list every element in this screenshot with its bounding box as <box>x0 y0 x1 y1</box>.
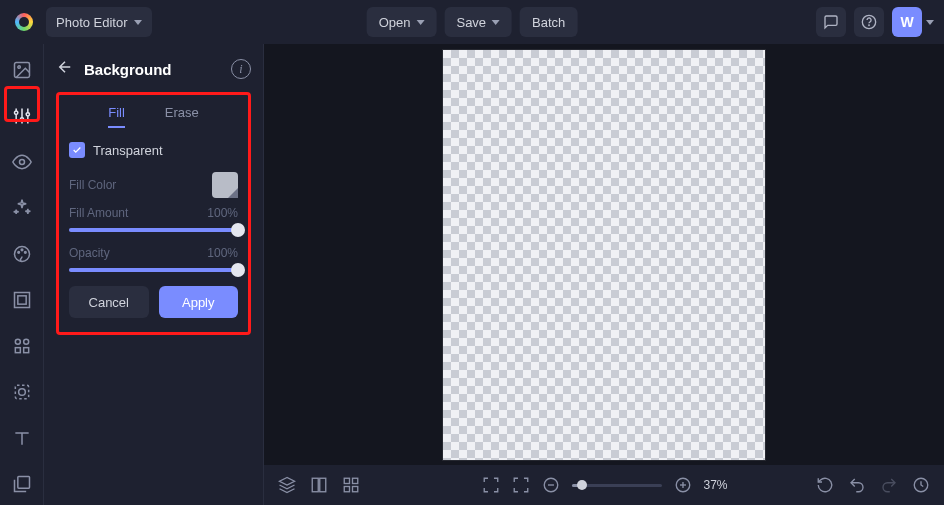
svg-point-7 <box>20 118 23 121</box>
tool-magic[interactable] <box>10 196 34 220</box>
svg-rect-16 <box>17 296 25 304</box>
history-button[interactable] <box>912 476 930 494</box>
svg-point-18 <box>23 339 28 344</box>
zoom-value: 37% <box>703 478 727 492</box>
svg-rect-30 <box>353 487 358 492</box>
feedback-button[interactable] <box>816 7 846 37</box>
tool-layers[interactable] <box>10 472 34 496</box>
svg-rect-26 <box>320 478 326 492</box>
svg-rect-19 <box>15 348 20 353</box>
highlight-region: Fill Erase Transparent Fill Color Fill A… <box>56 92 251 335</box>
fill-color-swatch[interactable] <box>212 172 238 198</box>
svg-point-13 <box>21 249 23 251</box>
app-mode-label: Photo Editor <box>56 15 128 30</box>
layers-button[interactable] <box>278 476 296 494</box>
svg-rect-28 <box>353 478 358 483</box>
open-button[interactable]: Open <box>367 7 437 37</box>
svg-rect-21 <box>15 385 28 398</box>
avatar-initial: W <box>900 14 913 30</box>
svg-point-10 <box>19 160 24 165</box>
svg-marker-24 <box>280 478 295 486</box>
redo-button[interactable] <box>880 476 898 494</box>
svg-rect-23 <box>17 477 29 489</box>
chevron-down-icon <box>134 20 142 25</box>
top-bar: Photo Editor Open Save Batch W <box>0 0 944 44</box>
svg-rect-29 <box>344 487 349 492</box>
apply-button[interactable]: Apply <box>159 286 239 318</box>
svg-point-22 <box>18 389 25 396</box>
batch-button[interactable]: Batch <box>520 7 577 37</box>
zoom-in-button[interactable] <box>673 476 691 494</box>
open-label: Open <box>379 15 411 30</box>
tool-adjust[interactable] <box>10 104 34 128</box>
svg-point-12 <box>17 252 19 254</box>
opacity-label: Opacity <box>69 246 110 260</box>
tool-text[interactable] <box>10 426 34 450</box>
fill-amount-value: 100% <box>207 206 238 220</box>
grid-button[interactable] <box>342 476 360 494</box>
bottom-bar: 37% <box>264 465 944 505</box>
zoom-out-button[interactable] <box>541 476 559 494</box>
fit-button[interactable] <box>511 476 529 494</box>
svg-point-9 <box>26 113 29 116</box>
tab-erase[interactable]: Erase <box>165 105 199 128</box>
help-icon <box>861 14 877 30</box>
check-icon <box>72 145 82 155</box>
compare-button[interactable] <box>310 476 328 494</box>
svg-point-5 <box>14 111 17 114</box>
fill-amount-slider[interactable] <box>69 228 238 232</box>
tab-fill[interactable]: Fill <box>108 105 125 128</box>
canvas-stage[interactable] <box>264 44 944 465</box>
cancel-button[interactable]: Cancel <box>69 286 149 318</box>
chevron-down-icon <box>416 20 424 25</box>
chevron-down-icon <box>926 20 934 25</box>
svg-rect-15 <box>14 293 29 308</box>
reset-button[interactable] <box>816 476 834 494</box>
transparent-label: Transparent <box>93 143 163 158</box>
app-mode-dropdown[interactable]: Photo Editor <box>46 7 152 37</box>
fill-amount-label: Fill Amount <box>69 206 128 220</box>
help-button[interactable] <box>854 7 884 37</box>
transparent-checkbox[interactable] <box>69 142 85 158</box>
fullscreen-button[interactable] <box>481 476 499 494</box>
opacity-slider[interactable] <box>69 268 238 272</box>
tool-image[interactable] <box>10 58 34 82</box>
svg-point-1 <box>869 25 870 26</box>
svg-point-14 <box>24 252 26 254</box>
svg-point-3 <box>17 66 19 69</box>
canvas-area: 37% <box>264 44 944 505</box>
save-label: Save <box>456 15 486 30</box>
opacity-value: 100% <box>207 246 238 260</box>
chat-icon <box>823 14 839 30</box>
side-panel: Background i Fill Erase Transparent Fill… <box>44 44 264 505</box>
svg-point-17 <box>15 339 20 344</box>
fill-color-label: Fill Color <box>69 178 116 192</box>
panel-title: Background <box>84 61 221 78</box>
tool-visibility[interactable] <box>10 150 34 174</box>
avatar: W <box>892 7 922 37</box>
account-menu[interactable]: W <box>892 7 934 37</box>
svg-rect-25 <box>312 478 318 492</box>
back-button[interactable] <box>56 58 74 80</box>
arrow-left-icon <box>56 58 74 76</box>
canvas-document <box>443 50 765 460</box>
svg-rect-27 <box>344 478 349 483</box>
info-button[interactable]: i <box>231 59 251 79</box>
undo-button[interactable] <box>848 476 866 494</box>
batch-label: Batch <box>532 15 565 30</box>
save-button[interactable]: Save <box>444 7 512 37</box>
tool-crop[interactable] <box>10 380 34 404</box>
tool-strip <box>0 44 44 505</box>
zoom-slider[interactable] <box>571 484 661 487</box>
chevron-down-icon <box>492 20 500 25</box>
tool-elements[interactable] <box>10 334 34 358</box>
tool-frame[interactable] <box>10 288 34 312</box>
app-logo <box>10 8 38 36</box>
tool-brush[interactable] <box>10 242 34 266</box>
svg-rect-20 <box>23 348 28 353</box>
